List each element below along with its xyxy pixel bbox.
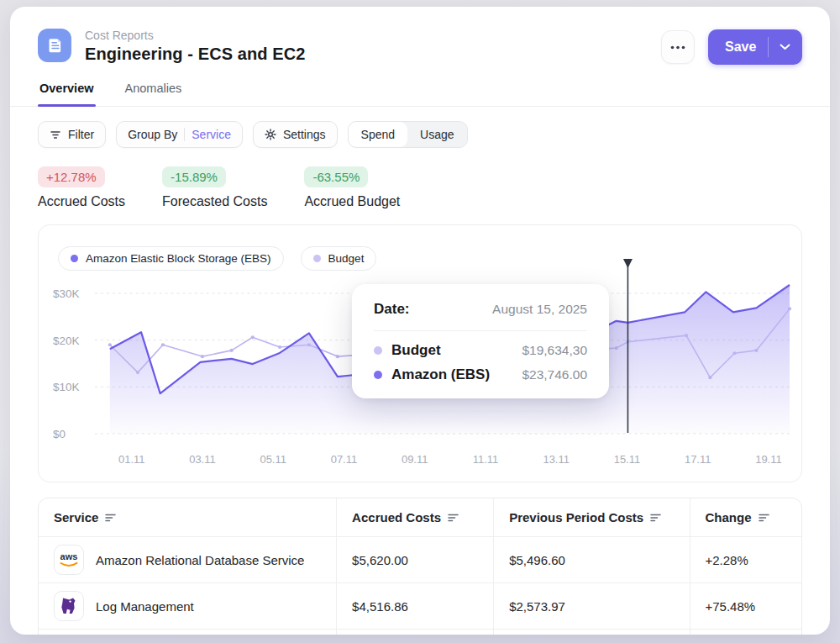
legend-label: Amazon Elastic Block Storage (EBS) bbox=[86, 252, 271, 265]
svg-text:07.11: 07.11 bbox=[331, 453, 357, 466]
tooltip-date-value: August 15, 2025 bbox=[492, 302, 587, 317]
column-header-service[interactable]: Service bbox=[39, 498, 336, 536]
sort-icon bbox=[759, 513, 769, 523]
table-row-partial bbox=[39, 630, 801, 635]
column-label: Accrued Costs bbox=[352, 510, 441, 524]
filter-icon bbox=[50, 129, 61, 140]
document-icon bbox=[44, 34, 66, 56]
svg-text:aws: aws bbox=[60, 551, 78, 561]
service-name: Log Management bbox=[96, 599, 194, 614]
aws-icon: aws bbox=[54, 545, 84, 575]
tooltip-row-ebs: Amazon (EBS) $23,746.00 bbox=[374, 366, 587, 383]
segment-usage[interactable]: Usage bbox=[407, 122, 466, 147]
stat-label: Accrued Costs bbox=[38, 194, 125, 209]
column-label: Service bbox=[54, 510, 98, 524]
more-options-button[interactable] bbox=[661, 30, 695, 64]
svg-text:19.11: 19.11 bbox=[755, 453, 781, 466]
chart-legend: Amazon Elastic Block Storage (EBS) Budge… bbox=[58, 246, 376, 271]
stat-accrued-budget: -63.55% Accrued Budget bbox=[304, 166, 400, 209]
column-label: Change bbox=[706, 510, 752, 524]
settings-button[interactable]: Settings bbox=[253, 121, 338, 148]
stat-change-badge: +12.78% bbox=[38, 166, 105, 187]
column-header-change[interactable]: Change bbox=[690, 498, 801, 536]
ellipsis-icon bbox=[670, 45, 685, 50]
svg-text:03.11: 03.11 bbox=[189, 453, 215, 466]
stat-label: Forecasted Costs bbox=[162, 194, 267, 209]
tooltip-divider bbox=[374, 330, 587, 331]
tooltip-series-value: $19,634,30 bbox=[522, 343, 587, 358]
table-row[interactable]: aws Amazon Relational Database Service $… bbox=[39, 537, 801, 583]
svg-text:$0: $0 bbox=[53, 428, 66, 440]
svg-text:11.11: 11.11 bbox=[473, 453, 498, 466]
tab-anomalies[interactable]: Anomalies bbox=[123, 76, 184, 106]
tooltip-series-label: Amazon (EBS) bbox=[391, 366, 490, 383]
tab-bar: Overview Anomalies bbox=[10, 76, 830, 107]
sort-icon bbox=[105, 513, 116, 523]
legend-dot bbox=[313, 255, 321, 262]
chevron-down-icon bbox=[780, 44, 790, 50]
toolbar: Filter Group By Service Settings Spend U… bbox=[38, 121, 802, 148]
chart-tooltip: Date: August 15, 2025 Budget $19,634,30 … bbox=[352, 284, 609, 398]
breadcrumb: Cost Reports bbox=[85, 29, 661, 42]
change-value: +75.48% bbox=[706, 599, 756, 614]
filter-label: Filter bbox=[68, 128, 94, 141]
sort-icon bbox=[650, 513, 661, 523]
spend-usage-toggle: Spend Usage bbox=[348, 121, 468, 148]
sort-icon bbox=[448, 513, 459, 523]
segment-spend[interactable]: Spend bbox=[349, 122, 407, 147]
svg-text:13.11: 13.11 bbox=[543, 453, 569, 466]
group-by-label: Group By bbox=[128, 128, 177, 141]
svg-text:01.11: 01.11 bbox=[118, 453, 144, 466]
page-title: Engineering - ECS and EC2 bbox=[85, 45, 661, 64]
group-by-button[interactable]: Group By Service bbox=[116, 121, 243, 148]
service-name: Amazon Relational Database Service bbox=[96, 553, 304, 567]
chip-divider bbox=[184, 128, 185, 141]
report-doc-icon bbox=[38, 29, 71, 62]
save-dropdown-toggle[interactable] bbox=[769, 44, 801, 50]
tooltip-date-label: Date: bbox=[374, 301, 410, 318]
tooltip-series-dot bbox=[374, 371, 382, 379]
services-table: Service Accrued Costs Previous Period Co… bbox=[38, 498, 802, 635]
filter-button[interactable]: Filter bbox=[38, 121, 106, 148]
legend-chip-ebs[interactable]: Amazon Elastic Block Storage (EBS) bbox=[58, 246, 284, 271]
group-by-value: Service bbox=[192, 128, 231, 141]
legend-chip-budget[interactable]: Budget bbox=[301, 246, 377, 271]
svg-text:$30K: $30K bbox=[53, 287, 79, 300]
svg-text:$20K: $20K bbox=[53, 335, 79, 347]
header: Cost Reports Engineering - ECS and EC2 S… bbox=[38, 29, 802, 65]
column-header-accrued-costs[interactable]: Accrued Costs bbox=[336, 498, 493, 536]
save-split-button[interactable]: Save bbox=[708, 29, 802, 65]
stat-change-badge: -15.89% bbox=[162, 166, 226, 187]
svg-text:15.11: 15.11 bbox=[614, 453, 640, 466]
stats-row: +12.78% Accrued Costs -15.89% Forecasted… bbox=[38, 166, 802, 209]
column-header-previous-period-costs[interactable]: Previous Period Costs bbox=[493, 498, 689, 536]
tab-overview[interactable]: Overview bbox=[38, 76, 96, 106]
gear-icon bbox=[265, 129, 276, 140]
svg-text:$10K: $10K bbox=[53, 381, 79, 393]
cost-report-window: Cost Reports Engineering - ECS and EC2 S… bbox=[10, 7, 830, 635]
stat-label: Accrued Budget bbox=[304, 194, 400, 209]
tooltip-row-budget: Budget $19,634,30 bbox=[374, 342, 587, 359]
stat-change-badge: -63.55% bbox=[304, 166, 368, 187]
svg-text:05.11: 05.11 bbox=[260, 453, 286, 466]
legend-dot bbox=[71, 255, 78, 262]
stat-accrued-costs: +12.78% Accrued Costs bbox=[38, 166, 125, 209]
column-label: Previous Period Costs bbox=[509, 510, 643, 524]
tooltip-series-value: $23,746.00 bbox=[522, 367, 587, 382]
settings-label: Settings bbox=[283, 128, 326, 141]
legend-label: Budget bbox=[328, 252, 365, 265]
accrued-cost-value: $5,620.00 bbox=[352, 553, 408, 567]
tooltip-series-label: Budget bbox=[391, 342, 441, 359]
svg-text:17.11: 17.11 bbox=[685, 453, 711, 466]
previous-cost-value: $2,573.97 bbox=[509, 599, 565, 614]
tooltip-series-dot bbox=[374, 346, 382, 355]
save-button[interactable]: Save bbox=[708, 40, 768, 55]
stat-forecasted-costs: -15.89% Forecasted Costs bbox=[162, 166, 267, 209]
previous-cost-value: $5,496.60 bbox=[509, 553, 565, 567]
table-row[interactable]: Log Management $4,516.86 $2,573.97 +75.4… bbox=[39, 583, 801, 630]
change-value: +2.28% bbox=[706, 553, 748, 567]
accrued-cost-value: $4,516.86 bbox=[352, 599, 408, 614]
datadog-icon bbox=[54, 591, 84, 621]
table-header-row: Service Accrued Costs Previous Period Co… bbox=[39, 498, 801, 537]
cost-chart-panel: Amazon Elastic Block Storage (EBS) Budge… bbox=[38, 224, 802, 482]
